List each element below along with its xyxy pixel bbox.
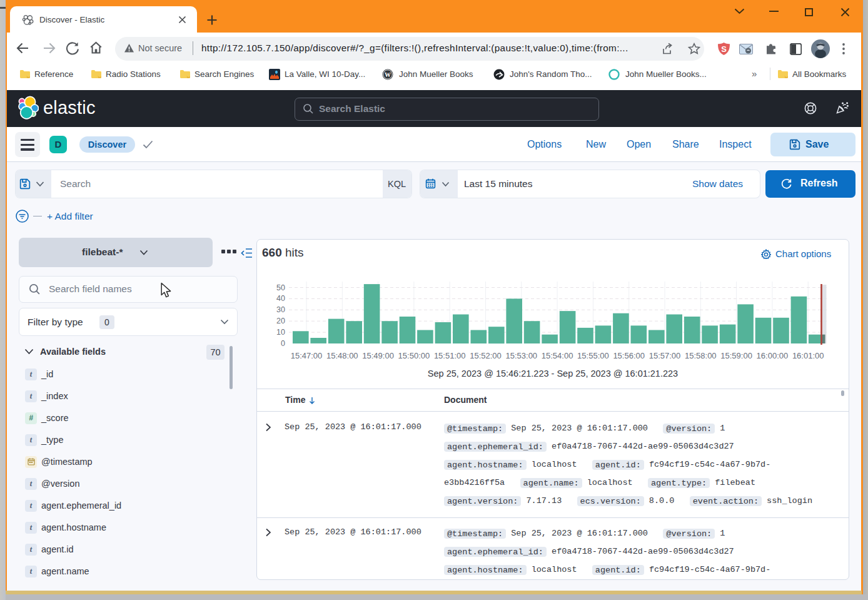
svg-text:15:56:00: 15:56:00 bbox=[613, 351, 645, 360]
svg-text:0: 0 bbox=[281, 339, 285, 348]
svg-text:15:53:00: 15:53:00 bbox=[505, 351, 537, 360]
svg-text:15:57:00: 15:57:00 bbox=[649, 351, 681, 360]
svg-text:15:49:00: 15:49:00 bbox=[362, 351, 394, 360]
svg-text:15:58:00: 15:58:00 bbox=[685, 351, 717, 360]
svg-text:W: W bbox=[385, 71, 391, 78]
svg-text:20: 20 bbox=[276, 317, 285, 325]
svg-text:30: 30 bbox=[276, 305, 285, 314]
svg-text:10: 10 bbox=[276, 328, 285, 337]
svg-text:40: 40 bbox=[276, 294, 285, 303]
svg-text:15:54:00: 15:54:00 bbox=[542, 351, 573, 360]
svg-text:15:51:00: 15:51:00 bbox=[434, 351, 466, 360]
svg-text:15:55:00: 15:55:00 bbox=[577, 351, 609, 360]
svg-text:16:00:00: 16:00:00 bbox=[757, 351, 789, 360]
svg-text:15:52:00: 15:52:00 bbox=[470, 351, 502, 360]
svg-text:15:50:00: 15:50:00 bbox=[398, 351, 430, 360]
svg-text:16:01:00: 16:01:00 bbox=[792, 351, 824, 360]
svg-text:50: 50 bbox=[276, 283, 285, 292]
svg-text:15:47:00: 15:47:00 bbox=[291, 351, 323, 360]
svg-text:15:59:00: 15:59:00 bbox=[720, 351, 752, 360]
svg-text:S: S bbox=[721, 44, 727, 54]
svg-text:15:48:00: 15:48:00 bbox=[326, 351, 358, 360]
